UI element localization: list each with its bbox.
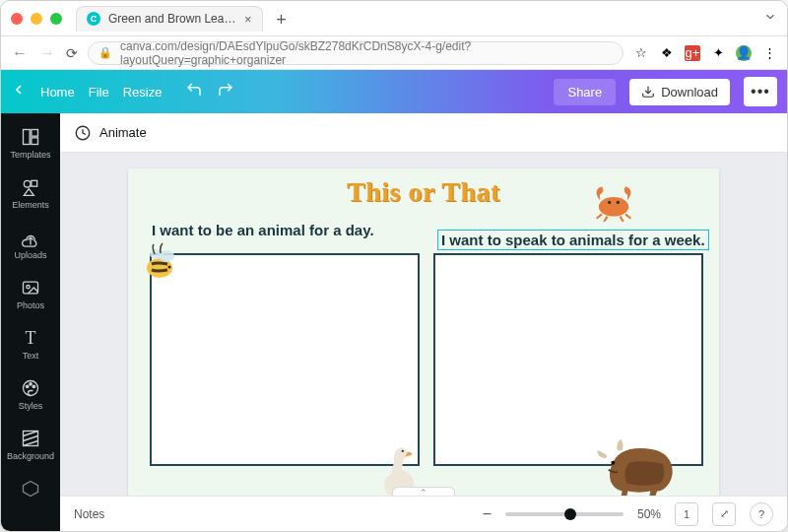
svg-marker-6 (24, 189, 33, 196)
svg-point-26 (402, 450, 404, 452)
bee-illustration-icon[interactable] (134, 239, 189, 289)
new-tab-button[interactable]: + (271, 10, 293, 32)
star-bookmark-icon[interactable]: ☆ (633, 45, 649, 61)
crab-illustration-icon[interactable] (585, 184, 642, 222)
close-window-icon[interactable] (11, 13, 23, 25)
address-bar: ← → ⟳ 🔒 canva.com/design/DAEsdYlpuGo/skB… (1, 36, 787, 70)
svg-line-15 (24, 436, 38, 441)
sidebar-item-label: Templates (10, 150, 50, 160)
tab-strip: C Green and Brown Leaves Fores… × + (76, 6, 763, 32)
sidebar-item-label: Background (7, 451, 54, 461)
tabs-chevron-down-icon[interactable] (763, 10, 777, 28)
notes-button[interactable]: Notes (74, 507, 104, 521)
nav-forward-icon: → (38, 44, 56, 62)
stack-extension-icon[interactable]: ❖ (659, 45, 675, 61)
svg-point-25 (168, 266, 171, 269)
sidebar-item-elements[interactable]: Elements (1, 169, 60, 218)
sidebar-item-label: Uploads (14, 250, 46, 260)
browser-window: C Green and Brown Leaves Fores… × + ← → … (0, 0, 788, 532)
design-canvas[interactable]: This or That I want to be an animal for … (128, 168, 719, 496)
redo-icon[interactable] (217, 81, 234, 102)
share-button[interactable]: Share (554, 79, 616, 105)
zoom-out-icon[interactable]: − (483, 505, 492, 523)
svg-point-19 (599, 197, 628, 217)
canva-favicon-icon: C (87, 12, 100, 26)
svg-rect-1 (24, 130, 31, 145)
gplus-extension-icon[interactable]: g+ (685, 45, 700, 61)
svg-marker-17 (24, 482, 38, 497)
left-sidebar: Templates Elements Uploads Photos T Text… (1, 113, 60, 531)
kebab-menu-icon[interactable]: ⋮ (761, 45, 777, 61)
page-grid-button[interactable]: 1 (675, 502, 698, 526)
svg-point-8 (27, 286, 30, 289)
svg-point-10 (26, 385, 29, 388)
svg-point-21 (617, 201, 620, 204)
zoom-slider[interactable] (505, 512, 624, 516)
svg-rect-3 (32, 138, 38, 145)
sidebar-item-label: Text (23, 351, 39, 361)
sidebar-item-more[interactable] (1, 471, 60, 506)
fullscreen-window-icon[interactable] (50, 13, 62, 25)
sidebar-item-styles[interactable]: Styles (1, 370, 60, 419)
bottom-bar: Notes − 50% 1 ⤢ ? (60, 496, 787, 531)
url-field[interactable]: 🔒 canva.com/design/DAEsdYlpuGo/skBZ278dK… (88, 41, 624, 65)
tab-close-icon[interactable]: × (244, 12, 252, 27)
animate-label: Animate (99, 125, 147, 140)
window-controls (11, 13, 62, 25)
extensions: ☆ ❖ g+ ✦ 👤 ⋮ (633, 45, 777, 61)
add-page-handle[interactable]: ⌃ (392, 487, 455, 496)
styles-icon (21, 378, 40, 398)
animate-button[interactable]: Animate (74, 124, 147, 142)
prompt-left-text[interactable]: I want to be an animal for a day. (152, 222, 374, 238)
animate-icon (74, 124, 92, 142)
sidebar-item-label: Elements (12, 200, 49, 210)
app-back-icon[interactable] (11, 82, 27, 102)
app-bar: Home File Resize Share Download ••• (1, 70, 787, 113)
svg-rect-2 (32, 130, 38, 137)
tab-title: Green and Brown Leaves Fores… (108, 12, 236, 26)
sidebar-item-photos[interactable]: Photos (1, 270, 60, 318)
background-icon (21, 429, 40, 448)
sidebar-item-uploads[interactable]: Uploads (1, 220, 60, 268)
minimize-window-icon[interactable] (31, 13, 42, 25)
profile-avatar-icon[interactable]: 👤 (736, 45, 752, 61)
sidebar-item-label: Photos (17, 300, 44, 310)
nav-back-icon[interactable]: ← (11, 44, 29, 62)
svg-point-12 (33, 385, 35, 388)
right-box[interactable] (433, 253, 703, 466)
more-button[interactable]: ••• (744, 77, 777, 106)
home-menu[interactable]: Home (40, 85, 75, 100)
svg-point-4 (24, 180, 31, 187)
stage[interactable]: This or That I want to be an animal for … (60, 153, 787, 496)
svg-point-24 (150, 249, 164, 259)
zoom-slider-thumb[interactable] (564, 508, 576, 520)
sidebar-item-text[interactable]: T Text (1, 320, 60, 368)
reload-icon[interactable]: ⟳ (66, 45, 78, 61)
resize-menu[interactable]: Resize (123, 85, 163, 100)
app-body: Templates Elements Uploads Photos T Text… (1, 113, 787, 531)
svg-point-11 (30, 383, 33, 386)
lock-icon: 🔒 (98, 46, 112, 59)
svg-point-27 (611, 461, 615, 465)
uploads-icon (21, 228, 40, 247)
templates-icon (21, 127, 40, 147)
yak-illustration-icon[interactable] (595, 436, 686, 496)
svg-point-20 (608, 201, 611, 204)
prompt-right-text-selected[interactable]: I want to speak to animals for a week. (437, 230, 709, 250)
browser-tab[interactable]: C Green and Brown Leaves Fores… × (76, 6, 263, 32)
fullscreen-icon[interactable]: ⤢ (712, 502, 736, 526)
sidebar-item-templates[interactable]: Templates (1, 119, 60, 167)
sidebar-item-background[interactable]: Background (1, 421, 60, 469)
help-icon[interactable]: ? (750, 502, 773, 526)
more-icon (21, 479, 40, 499)
download-button[interactable]: Download (629, 79, 730, 105)
left-box[interactable] (150, 253, 420, 466)
file-menu[interactable]: File (89, 85, 109, 100)
svg-rect-5 (32, 180, 37, 186)
undo-icon[interactable] (185, 81, 203, 102)
elements-icon (21, 177, 40, 197)
zoom-value[interactable]: 50% (637, 507, 661, 521)
svg-line-16 (24, 441, 38, 446)
puzzle-extensions-icon[interactable]: ✦ (710, 45, 726, 61)
url-text: canva.com/design/DAEsdYlpuGo/skBZ278dKrC… (120, 39, 613, 67)
